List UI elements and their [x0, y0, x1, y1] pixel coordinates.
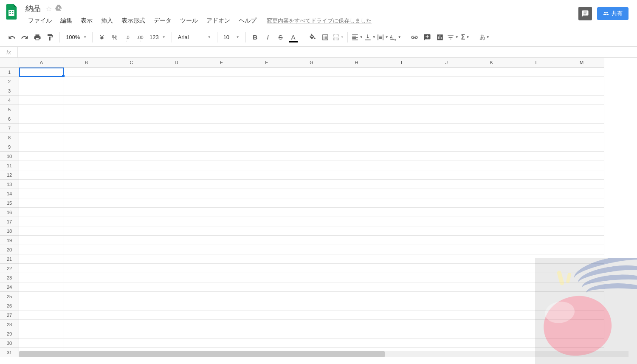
cell[interactable] [424, 273, 469, 282]
cell[interactable] [199, 236, 244, 245]
cell[interactable] [559, 273, 604, 282]
merge-cells-button[interactable]: ▼ [332, 31, 344, 43]
cell[interactable] [424, 264, 469, 273]
cell[interactable] [334, 142, 379, 152]
cell[interactable] [109, 105, 154, 114]
cell[interactable] [514, 254, 559, 264]
cell[interactable] [334, 170, 379, 180]
cell[interactable] [154, 77, 199, 86]
cell[interactable] [244, 217, 289, 226]
cell[interactable] [289, 170, 334, 180]
cell[interactable] [424, 198, 469, 208]
cell[interactable] [379, 161, 424, 170]
row-header[interactable]: 20 [0, 245, 19, 254]
cell[interactable] [199, 86, 244, 96]
cell[interactable] [64, 329, 109, 339]
cell[interactable] [469, 161, 514, 170]
cell[interactable] [64, 236, 109, 245]
cell[interactable] [19, 236, 64, 245]
cell[interactable] [559, 264, 604, 273]
row-header[interactable]: 21 [0, 254, 19, 264]
cell[interactable] [334, 329, 379, 339]
cell[interactable] [199, 105, 244, 114]
cell[interactable] [289, 273, 334, 282]
cell[interactable] [109, 245, 154, 254]
cell[interactable] [289, 217, 334, 226]
cell[interactable] [379, 329, 424, 339]
functions-button[interactable]: Σ▼ [459, 31, 471, 43]
cell[interactable] [289, 236, 334, 245]
h-align-button[interactable]: ▼ [351, 31, 363, 43]
cell[interactable] [19, 161, 64, 170]
cell[interactable] [199, 189, 244, 198]
column-header[interactable]: D [154, 58, 199, 68]
cell[interactable] [154, 198, 199, 208]
column-header[interactable]: I [379, 58, 424, 68]
row-header[interactable]: 6 [0, 114, 19, 124]
cell[interactable] [559, 226, 604, 236]
cell[interactable] [64, 86, 109, 96]
cell[interactable] [19, 217, 64, 226]
cell[interactable] [244, 282, 289, 292]
paint-format-button[interactable] [44, 31, 56, 43]
cell[interactable] [19, 180, 64, 189]
row-header[interactable]: 4 [0, 96, 19, 105]
italic-button[interactable]: I [262, 31, 274, 43]
cell[interactable] [559, 68, 604, 77]
cell[interactable] [19, 282, 64, 292]
cell[interactable] [154, 114, 199, 124]
comments-button[interactable] [578, 7, 592, 20]
cell[interactable] [289, 152, 334, 161]
cell[interactable] [289, 142, 334, 152]
cell[interactable] [19, 142, 64, 152]
cell[interactable] [289, 133, 334, 142]
cell[interactable] [379, 245, 424, 254]
cell[interactable] [19, 226, 64, 236]
cell[interactable] [559, 189, 604, 198]
cell[interactable] [469, 282, 514, 292]
cell[interactable] [244, 161, 289, 170]
cell[interactable] [334, 339, 379, 348]
cell[interactable] [469, 273, 514, 282]
cell[interactable] [424, 329, 469, 339]
cell[interactable] [514, 273, 559, 282]
cell[interactable] [514, 86, 559, 96]
column-header[interactable]: G [289, 58, 334, 68]
cell[interactable] [424, 77, 469, 86]
cell[interactable] [19, 264, 64, 273]
row-header[interactable]: 18 [0, 226, 19, 236]
cell[interactable] [379, 282, 424, 292]
cell[interactable] [64, 96, 109, 105]
cell[interactable] [424, 217, 469, 226]
cell[interactable] [334, 208, 379, 217]
cell[interactable] [424, 114, 469, 124]
cell[interactable] [289, 282, 334, 292]
cell[interactable] [379, 208, 424, 217]
row-header[interactable]: 1 [0, 68, 19, 77]
cell[interactable] [109, 114, 154, 124]
cell[interactable] [514, 329, 559, 339]
cell[interactable] [424, 133, 469, 142]
cell[interactable] [469, 236, 514, 245]
cell[interactable] [64, 198, 109, 208]
cell[interactable] [379, 301, 424, 310]
cell[interactable] [109, 310, 154, 320]
cell[interactable] [19, 310, 64, 320]
scrollbar-thumb[interactable] [19, 351, 385, 357]
cell[interactable] [424, 282, 469, 292]
star-icon[interactable]: ☆ [46, 5, 52, 13]
sheets-logo[interactable] [3, 3, 20, 20]
cell[interactable] [289, 245, 334, 254]
cell[interactable] [334, 264, 379, 273]
cell[interactable] [109, 161, 154, 170]
cell[interactable] [154, 161, 199, 170]
menu-data[interactable]: データ [149, 15, 176, 26]
currency-button[interactable]: ¥ [96, 31, 108, 43]
cell[interactable] [64, 124, 109, 133]
row-header[interactable]: 16 [0, 208, 19, 217]
cell[interactable] [559, 208, 604, 217]
cell[interactable] [244, 236, 289, 245]
cell[interactable] [514, 77, 559, 86]
cell[interactable] [514, 339, 559, 348]
cell[interactable] [154, 226, 199, 236]
